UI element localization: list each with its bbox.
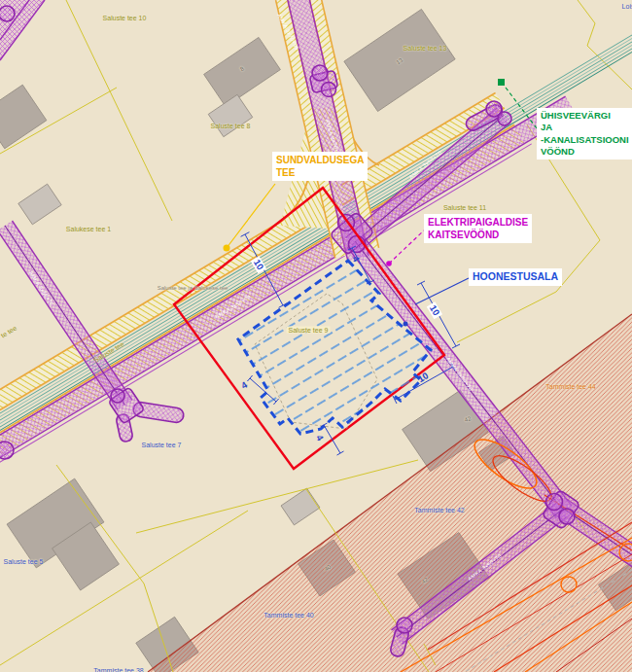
parcel-label-salukese-1: Salukese tee 1 [66,226,111,232]
callout-uhisveevark-line3: -KANALISATSIOONI [541,134,629,146]
callout-sundvaldusega-line2: TEE [276,166,364,179]
parcel-label-saluste-8: Saluste tee 8 [211,123,251,129]
parcel-label-saluste-11: Saluste tee 11 [443,204,486,211]
callout-sundvaldusega-tee: SUNDVALDUSEGA TEE [272,152,368,181]
parcel-label-saluste-10: Saluste tee 10 [103,15,147,21]
callout-uhisveevark-line2: JA [541,122,629,133]
callout-elektripaigaldis: ELEKTRIPAIGALDISE KAITSEVÖÖND [424,214,532,243]
parcel-label-saluste-9: Saluste tee 9 [287,327,331,334]
parcel-label-saluste-13: Saluste tee 13 [404,45,447,52]
callout-uhisveevark-line1: ÜHISVEEVÄRGI [541,110,629,122]
parcel-label-loist: Loist [622,3,632,10]
callout-sundvaldusega-line1: SUNDVALDUSEGA [276,154,364,166]
road-name-junction: Saluste tee ja Salukese tee [158,285,228,291]
parcel-label-tammiste-44: Tammiste tee 44 [545,383,595,390]
parcel-label-saluste-7: Saluste tee 7 [142,442,182,448]
parcel-label-tammiste-38: Tammiste tee 38 [93,667,143,672]
callout-hoonestusala: HOONESTUSALA [469,268,562,286]
parcel-label-tammiste-42: Tammiste tee 42 [414,507,464,513]
parcel-label-tammiste-40: Tammiste tee 40 [263,612,313,619]
callout-elektri-line2: KAITSEVÖÖND [428,229,528,241]
callout-elektri-line1: ELEKTRIPAIGALDISE [428,216,528,229]
parcel-label-saluste-5: Saluste tee 5 [4,558,44,565]
callout-uhisveevark-line4: VÖÖND [541,146,629,158]
detail-plan-map[interactable]: Saluste tee 10 Saluste tee 8 Saluste tee… [0,0,632,672]
map-canvas [0,0,632,672]
callout-uhisveevark: ÜHISVEEVÄRGI JA -KANALISATSIOONI VÖÖND [537,108,632,159]
